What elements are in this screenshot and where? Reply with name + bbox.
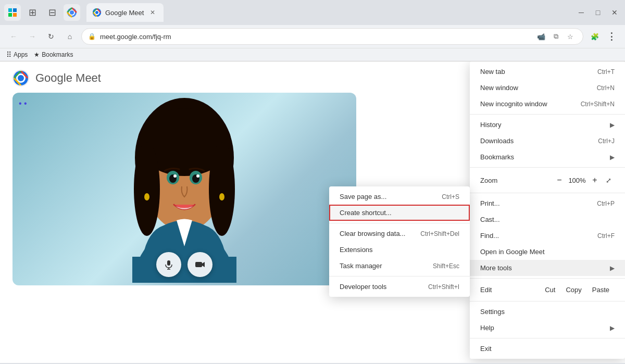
task-manager-item[interactable]: Task manager Shift+Esc	[329, 258, 470, 274]
camera-icon[interactable]: 📹	[535, 30, 547, 43]
close-button[interactable]: ✕	[608, 6, 621, 19]
menu-divider-4	[470, 278, 625, 279]
save-shortcut: Ctrl+S	[442, 193, 459, 200]
minimize-button[interactable]: ─	[575, 6, 588, 19]
task-shortcut: Shift+Esc	[433, 262, 459, 270]
find-label: Find...	[480, 232, 589, 240]
zoom-minus-button[interactable]: −	[552, 173, 567, 187]
svg-point-9	[95, 11, 98, 14]
svg-point-12	[18, 75, 24, 81]
open-meet-label: Open in Google Meet	[480, 248, 615, 256]
paste-button[interactable]: Paste	[587, 284, 615, 296]
new-window-item[interactable]: New window Ctrl+N	[470, 80, 625, 96]
lock-icon: 🔒	[88, 33, 96, 40]
svg-point-17	[134, 142, 160, 236]
submenu-divider-1	[329, 223, 470, 223]
forward-button[interactable]: →	[25, 29, 40, 44]
downloads-item[interactable]: Downloads Ctrl+J	[470, 133, 625, 149]
browser-chrome: ← → ↻ ⌂ 🔒 meet.google.com/fjq-rm 📹 ⧉ ☆ 🧩…	[0, 25, 625, 61]
address-bar-actions: 📹 ⧉ ☆	[535, 30, 577, 43]
downloads-shortcut: Ctrl+J	[598, 137, 615, 145]
edit-label: Edit	[480, 286, 540, 294]
apps-grid-icon: ⠿	[6, 51, 11, 59]
help-arrow: ▶	[610, 324, 615, 332]
window-controls: ─ □ ✕	[575, 6, 621, 19]
history-item[interactable]: History ▶	[470, 117, 625, 133]
bookmarks-item[interactable]: Bookmarks ▶	[470, 149, 625, 165]
bookmarks-arrow: ▶	[610, 154, 615, 161]
more-tools-item[interactable]: More tools ▶	[470, 260, 625, 276]
more-tools-label: More tools	[480, 264, 606, 272]
zoom-plus-button[interactable]: +	[588, 173, 602, 187]
svg-rect-31	[195, 262, 202, 267]
extensions-icon[interactable]: 🧩	[588, 29, 602, 44]
help-label: Help	[480, 324, 606, 332]
clear-browsing-item[interactable]: Clear browsing data... Ctrl+Shift+Del	[329, 225, 470, 242]
print-item[interactable]: Print... Ctrl+P	[470, 195, 625, 211]
apps-bookmark[interactable]: ⠿ Apps	[6, 51, 28, 59]
home-button[interactable]: ⌂	[63, 29, 77, 44]
svg-rect-2	[8, 13, 12, 17]
extensions-label: Extensions	[340, 246, 459, 254]
find-item[interactable]: Find... Ctrl+F	[470, 228, 625, 244]
taskbar-icons: ⊞ ⊟	[4, 4, 80, 21]
help-item[interactable]: Help ▶	[470, 320, 625, 336]
create-shortcut-item[interactable]: Create shortcut...	[329, 205, 470, 221]
more-tools-arrow: ▶	[610, 265, 615, 272]
exit-item[interactable]: Exit	[470, 341, 625, 357]
svg-point-18	[209, 142, 235, 236]
svg-rect-28	[167, 260, 170, 266]
save-page-label: Save page as...	[340, 193, 442, 200]
chrome-taskbar-icon[interactable]	[64, 4, 80, 21]
menu-divider-1	[470, 114, 625, 115]
history-arrow: ▶	[610, 121, 615, 129]
bookmark-star-icon[interactable]: ☆	[564, 30, 577, 43]
menu-divider-5	[470, 301, 625, 302]
copy-button[interactable]: Copy	[560, 284, 586, 296]
title-bar: ⊞ ⊟ Google Meet ✕	[0, 0, 625, 25]
address-bar[interactable]: 🔒 meet.google.com/fjq-rm 📹 ⧉ ☆	[81, 28, 583, 45]
tab-close-button[interactable]: ✕	[148, 8, 157, 17]
video-dots-indicator: • •	[19, 99, 27, 108]
taskbar-icon-2[interactable]: ⊟	[44, 4, 60, 21]
svg-point-27	[219, 193, 224, 200]
bookmarks-label: Bookmarks	[42, 51, 73, 58]
zoom-percent: 100%	[567, 177, 588, 184]
tab-label: Google Meet	[105, 9, 144, 17]
refresh-button[interactable]: ↻	[44, 29, 58, 44]
developer-tools-label: Developer tools	[340, 283, 428, 291]
windows-icon[interactable]	[4, 4, 21, 21]
svg-rect-1	[13, 8, 17, 12]
camera-button[interactable]	[188, 252, 213, 277]
cut-button[interactable]: Cut	[540, 284, 560, 296]
extensions-item[interactable]: Extensions	[329, 242, 470, 258]
menu-divider-6	[470, 338, 625, 338]
new-incognito-item[interactable]: New incognito window Ctrl+Shift+N	[470, 96, 625, 112]
zoom-expand-button[interactable]: ⤢	[602, 174, 615, 186]
edit-row: Edit Cut Copy Paste	[470, 281, 625, 299]
cast-item[interactable]: Cast...	[470, 211, 625, 228]
maximize-button[interactable]: □	[592, 6, 604, 19]
taskbar-icon-1[interactable]: ⊞	[24, 4, 41, 21]
downloads-label: Downloads	[480, 137, 590, 145]
new-tab-item[interactable]: New tab Ctrl+T	[470, 64, 625, 80]
exit-label: Exit	[480, 345, 615, 353]
new-tab-shortcut: Ctrl+T	[597, 68, 615, 76]
browser-tab[interactable]: Google Meet ✕	[86, 3, 164, 22]
settings-item[interactable]: Settings	[470, 304, 625, 320]
open-in-meet-item[interactable]: Open in Google Meet	[470, 244, 625, 260]
clear-shortcut: Ctrl+Shift+Del	[420, 230, 459, 237]
save-page-item[interactable]: Save page as... Ctrl+S	[329, 189, 470, 205]
developer-tools-item[interactable]: Developer tools Ctrl+Shift+I	[329, 279, 470, 295]
open-tab-icon[interactable]: ⧉	[549, 30, 562, 43]
menu-button[interactable]: ⋮	[604, 29, 619, 44]
clear-browsing-label: Clear browsing data...	[340, 230, 420, 237]
mic-button[interactable]	[156, 252, 181, 277]
back-button[interactable]: ←	[6, 29, 21, 44]
new-window-shortcut: Ctrl+N	[597, 84, 615, 92]
new-window-label: New window	[480, 84, 589, 92]
video-controls	[12, 252, 356, 277]
page-content: Google Meet	[0, 61, 625, 363]
apps-label: Apps	[14, 51, 28, 58]
bookmarks-item[interactable]: ★ Bookmarks	[34, 51, 73, 58]
